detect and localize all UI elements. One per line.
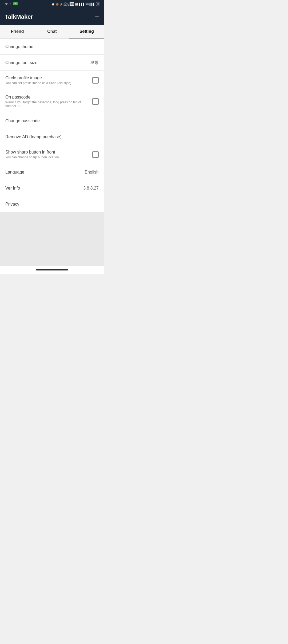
home-indicator: [0, 266, 104, 274]
add-button[interactable]: +: [95, 13, 99, 21]
data-speed: 14.0KB/S: [63, 1, 69, 7]
setting-item-on-passcode[interactable]: On passcodeWarn! if you forgot the passc…: [0, 90, 104, 113]
alarm-icon: ⏰: [51, 3, 55, 6]
status-left: 09:32 ✉: [4, 2, 18, 6]
messages-icon: ✉: [13, 2, 18, 6]
svg-text:✉: ✉: [14, 3, 16, 5]
signal-bars-icon: ▌▌▌: [90, 3, 95, 6]
tab-chat[interactable]: Chat: [35, 25, 69, 38]
setting-label-change-font-size: Change font size: [5, 60, 87, 65]
setting-label-ver-info: Ver Info: [5, 186, 81, 191]
setting-value-ver-info: 3.8.8.27: [83, 186, 99, 191]
app-title: TalkMaker: [5, 13, 33, 20]
setting-item-show-sharp-button[interactable]: Show sharp button in frontYou can change…: [0, 145, 104, 164]
setting-value-language: English: [85, 170, 99, 175]
setting-item-ver-info[interactable]: Ver Info3.8.8.27: [0, 180, 104, 196]
setting-label-show-sharp-button: Show sharp button in front: [5, 150, 90, 155]
checkbox-circle-profile-image[interactable]: [92, 77, 99, 84]
setting-item-change-font-size[interactable]: Change font size보통: [0, 55, 104, 71]
setting-label-change-theme: Change theme: [5, 44, 99, 49]
setting-label-change-passcode: Change passcode: [5, 119, 99, 123]
wifi-icon: 📶: [75, 3, 78, 6]
setting-label-on-passcode: On passcode: [5, 95, 90, 100]
setting-item-change-passcode[interactable]: Change passcode: [0, 113, 104, 129]
bottom-area: [0, 212, 104, 266]
status-right: ⏰ 🔕 ⚡ 14.0KB/S HD 📶 ▌▌▌ 5G ▌▌▌ 99: [51, 1, 100, 7]
status-time: 09:32: [4, 2, 11, 6]
tab-setting[interactable]: Setting: [69, 25, 104, 38]
signal-icon: ▌▌▌: [79, 3, 85, 6]
checkbox-show-sharp-button[interactable]: [92, 151, 99, 158]
setting-item-remove-ad[interactable]: Remove AD (Inapp purchase): [0, 129, 104, 145]
setting-item-circle-profile-image[interactable]: Circle profile imageYou can set profile …: [0, 71, 104, 90]
status-bar: 09:32 ✉ ⏰ 🔕 ⚡ 14.0KB/S HD 📶 ▌▌▌ 5G ▌▌▌ 9…: [0, 0, 104, 8]
mute-icon: 🔕: [55, 3, 59, 6]
home-bar: [36, 269, 68, 270]
setting-label-language: Language: [5, 170, 82, 175]
tab-bar: Friend Chat Setting: [0, 25, 104, 39]
setting-desc-show-sharp-button: You can change sharp button location.: [5, 155, 90, 159]
setting-label-circle-profile-image: Circle profile image: [5, 76, 90, 80]
hd-icon: HD: [70, 2, 74, 6]
setting-item-language[interactable]: LanguageEnglish: [0, 164, 104, 180]
checkbox-on-passcode[interactable]: [92, 98, 99, 105]
setting-item-privacy[interactable]: Privacy: [0, 196, 104, 212]
signal-5g-icon: 5G: [86, 3, 89, 5]
tab-friend[interactable]: Friend: [0, 25, 35, 38]
setting-label-remove-ad: Remove AD (Inapp purchase): [5, 135, 99, 139]
settings-list: Change themeChange font size보통Circle pro…: [0, 39, 104, 212]
setting-desc-circle-profile-image: You can set profile image as a circle (o…: [5, 81, 90, 85]
setting-item-change-theme[interactable]: Change theme: [0, 39, 104, 55]
setting-value-change-font-size: 보통: [90, 60, 99, 65]
bluetooth-icon: ⚡: [59, 3, 63, 6]
setting-desc-on-passcode: Warn! if you forgot the passcode, long p…: [5, 100, 90, 108]
app-header: TalkMaker +: [0, 8, 104, 25]
setting-label-privacy: Privacy: [5, 202, 99, 207]
battery-icon: 99: [96, 2, 100, 6]
